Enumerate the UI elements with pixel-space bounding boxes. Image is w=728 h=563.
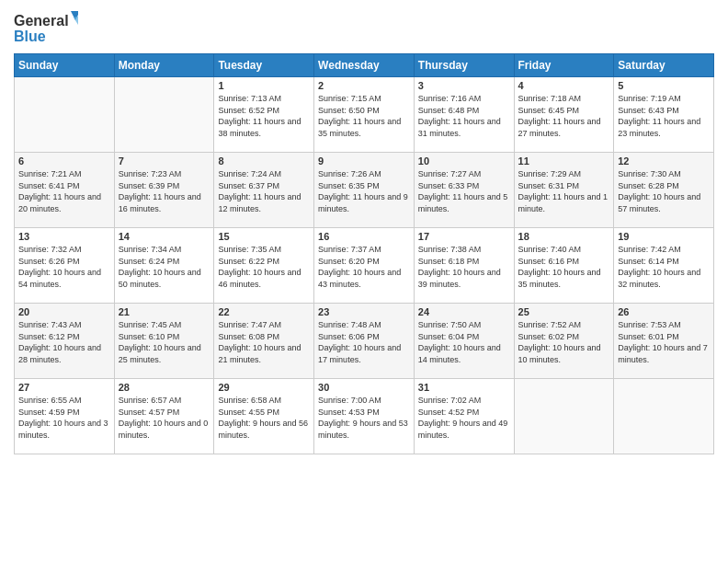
calendar-cell: 3Sunrise: 7:16 AMSunset: 6:48 PMDaylight…	[414, 77, 514, 153]
calendar-cell: 9Sunrise: 7:26 AMSunset: 6:35 PMDaylight…	[314, 153, 415, 228]
cell-content: Sunrise: 7:18 AMSunset: 6:45 PMDaylight:…	[518, 93, 610, 139]
cell-content: Sunrise: 7:48 AMSunset: 6:06 PMDaylight:…	[318, 319, 410, 365]
day-number: 19	[618, 231, 710, 242]
calendar-cell: 7Sunrise: 7:23 AMSunset: 6:39 PMDaylight…	[114, 153, 214, 228]
calendar-cell: 15Sunrise: 7:35 AMSunset: 6:22 PMDayligh…	[214, 228, 314, 304]
day-header-tuesday: Tuesday	[214, 54, 314, 77]
cell-content: Sunrise: 7:52 AMSunset: 6:02 PMDaylight:…	[518, 319, 610, 365]
calendar-cell: 8Sunrise: 7:24 AMSunset: 6:37 PMDaylight…	[214, 153, 314, 228]
day-header-sunday: Sunday	[15, 54, 115, 77]
calendar-cell: 25Sunrise: 7:52 AMSunset: 6:02 PMDayligh…	[514, 304, 614, 379]
calendar-cell: 28Sunrise: 6:57 AMSunset: 4:57 PMDayligh…	[114, 379, 214, 454]
cell-content: Sunrise: 7:15 AMSunset: 6:50 PMDaylight:…	[318, 93, 410, 139]
calendar-cell: 20Sunrise: 7:43 AMSunset: 6:12 PMDayligh…	[15, 304, 115, 379]
calendar-cell: 24Sunrise: 7:50 AMSunset: 6:04 PMDayligh…	[414, 304, 514, 379]
cell-content: Sunrise: 7:45 AMSunset: 6:10 PMDaylight:…	[119, 319, 210, 365]
day-number: 7	[119, 155, 210, 167]
day-number: 28	[119, 382, 210, 393]
cell-content: Sunrise: 6:55 AMSunset: 4:59 PMDaylight:…	[18, 395, 110, 441]
calendar-cell: 16Sunrise: 7:37 AMSunset: 6:20 PMDayligh…	[314, 228, 415, 304]
calendar-cell: 30Sunrise: 7:00 AMSunset: 4:53 PMDayligh…	[314, 379, 415, 454]
cell-content: Sunrise: 7:37 AMSunset: 6:20 PMDaylight:…	[318, 244, 410, 290]
cell-content: Sunrise: 7:02 AMSunset: 4:52 PMDaylight:…	[418, 395, 510, 441]
cell-content: Sunrise: 6:57 AMSunset: 4:57 PMDaylight:…	[119, 395, 210, 441]
day-number: 10	[418, 155, 510, 167]
day-number: 22	[218, 306, 310, 317]
cell-content: Sunrise: 7:30 AMSunset: 6:28 PMDaylight:…	[618, 168, 710, 214]
cell-content: Sunrise: 7:24 AMSunset: 6:37 PMDaylight:…	[218, 168, 310, 214]
calendar-cell: 18Sunrise: 7:40 AMSunset: 6:16 PMDayligh…	[514, 228, 614, 304]
cell-content: Sunrise: 7:21 AMSunset: 6:41 PMDaylight:…	[18, 168, 110, 214]
cell-content: Sunrise: 7:23 AMSunset: 6:39 PMDaylight:…	[119, 168, 210, 214]
cell-content: Sunrise: 7:50 AMSunset: 6:04 PMDaylight:…	[418, 319, 510, 365]
calendar-header-row: SundayMondayTuesdayWednesdayThursdayFrid…	[15, 54, 714, 77]
calendar-cell: 14Sunrise: 7:34 AMSunset: 6:24 PMDayligh…	[114, 228, 214, 304]
calendar-cell	[15, 77, 115, 153]
day-number: 31	[418, 382, 510, 393]
calendar-cell: 10Sunrise: 7:27 AMSunset: 6:33 PMDayligh…	[414, 153, 514, 228]
day-number: 20	[18, 306, 110, 317]
calendar-cell: 26Sunrise: 7:53 AMSunset: 6:01 PMDayligh…	[614, 304, 714, 379]
calendar-cell: 12Sunrise: 7:30 AMSunset: 6:28 PMDayligh…	[614, 153, 714, 228]
calendar-cell: 19Sunrise: 7:42 AMSunset: 6:14 PMDayligh…	[614, 228, 714, 304]
calendar-cell: 1Sunrise: 7:13 AMSunset: 6:52 PMDaylight…	[214, 77, 314, 153]
cell-content: Sunrise: 7:32 AMSunset: 6:26 PMDaylight:…	[18, 244, 110, 290]
day-number: 29	[218, 382, 310, 393]
day-header-friday: Friday	[514, 54, 614, 77]
day-number: 16	[318, 231, 410, 242]
day-number: 6	[18, 155, 110, 167]
day-number: 15	[218, 231, 310, 242]
calendar-week-4: 20Sunrise: 7:43 AMSunset: 6:12 PMDayligh…	[15, 304, 714, 379]
day-number: 4	[518, 80, 610, 91]
day-number: 21	[119, 306, 210, 317]
day-number: 1	[218, 80, 310, 91]
day-number: 5	[618, 80, 710, 91]
cell-content: Sunrise: 7:40 AMSunset: 6:16 PMDaylight:…	[518, 244, 610, 290]
calendar-week-3: 13Sunrise: 7:32 AMSunset: 6:26 PMDayligh…	[15, 228, 714, 304]
svg-text:Blue: Blue	[14, 29, 46, 44]
day-number: 11	[518, 155, 610, 167]
day-number: 12	[618, 155, 710, 167]
page-header: General Blue	[14, 9, 714, 46]
calendar-cell: 6Sunrise: 7:21 AMSunset: 6:41 PMDaylight…	[15, 153, 115, 228]
cell-content: Sunrise: 7:35 AMSunset: 6:22 PMDaylight:…	[218, 244, 310, 290]
calendar-cell: 4Sunrise: 7:18 AMSunset: 6:45 PMDaylight…	[514, 77, 614, 153]
calendar-week-1: 1Sunrise: 7:13 AMSunset: 6:52 PMDaylight…	[15, 77, 714, 153]
cell-content: Sunrise: 7:53 AMSunset: 6:01 PMDaylight:…	[618, 319, 710, 365]
calendar-cell: 5Sunrise: 7:19 AMSunset: 6:43 PMDaylight…	[614, 77, 714, 153]
svg-text:General: General	[14, 13, 69, 29]
cell-content: Sunrise: 7:00 AMSunset: 4:53 PMDaylight:…	[318, 395, 410, 441]
logo: General Blue	[14, 9, 78, 46]
cell-content: Sunrise: 7:16 AMSunset: 6:48 PMDaylight:…	[418, 93, 510, 139]
day-number: 18	[518, 231, 610, 242]
cell-content: Sunrise: 7:42 AMSunset: 6:14 PMDaylight:…	[618, 244, 710, 290]
cell-content: Sunrise: 6:58 AMSunset: 4:55 PMDaylight:…	[218, 395, 310, 441]
day-header-wednesday: Wednesday	[314, 54, 415, 77]
day-header-monday: Monday	[114, 54, 214, 77]
day-number: 17	[418, 231, 510, 242]
calendar-cell: 11Sunrise: 7:29 AMSunset: 6:31 PMDayligh…	[514, 153, 614, 228]
day-number: 27	[18, 382, 110, 393]
day-header-thursday: Thursday	[414, 54, 514, 77]
cell-content: Sunrise: 7:34 AMSunset: 6:24 PMDaylight:…	[119, 244, 210, 290]
calendar-cell: 31Sunrise: 7:02 AMSunset: 4:52 PMDayligh…	[414, 379, 514, 454]
day-number: 9	[318, 155, 410, 167]
day-number: 30	[318, 382, 410, 393]
cell-content: Sunrise: 7:19 AMSunset: 6:43 PMDaylight:…	[618, 93, 710, 139]
calendar-cell: 22Sunrise: 7:47 AMSunset: 6:08 PMDayligh…	[214, 304, 314, 379]
cell-content: Sunrise: 7:29 AMSunset: 6:31 PMDaylight:…	[518, 168, 610, 214]
day-number: 23	[318, 306, 410, 317]
cell-content: Sunrise: 7:43 AMSunset: 6:12 PMDaylight:…	[18, 319, 110, 365]
day-number: 25	[518, 306, 610, 317]
day-number: 3	[418, 80, 510, 91]
calendar-cell: 13Sunrise: 7:32 AMSunset: 6:26 PMDayligh…	[15, 228, 115, 304]
logo-svg: General Blue	[14, 9, 78, 46]
calendar-cell	[614, 379, 714, 454]
day-number: 8	[218, 155, 310, 167]
day-number: 2	[318, 80, 410, 91]
day-number: 24	[418, 306, 510, 317]
cell-content: Sunrise: 7:27 AMSunset: 6:33 PMDaylight:…	[418, 168, 510, 214]
cell-content: Sunrise: 7:26 AMSunset: 6:35 PMDaylight:…	[318, 168, 410, 214]
calendar-week-5: 27Sunrise: 6:55 AMSunset: 4:59 PMDayligh…	[15, 379, 714, 454]
cell-content: Sunrise: 7:38 AMSunset: 6:18 PMDaylight:…	[418, 244, 510, 290]
